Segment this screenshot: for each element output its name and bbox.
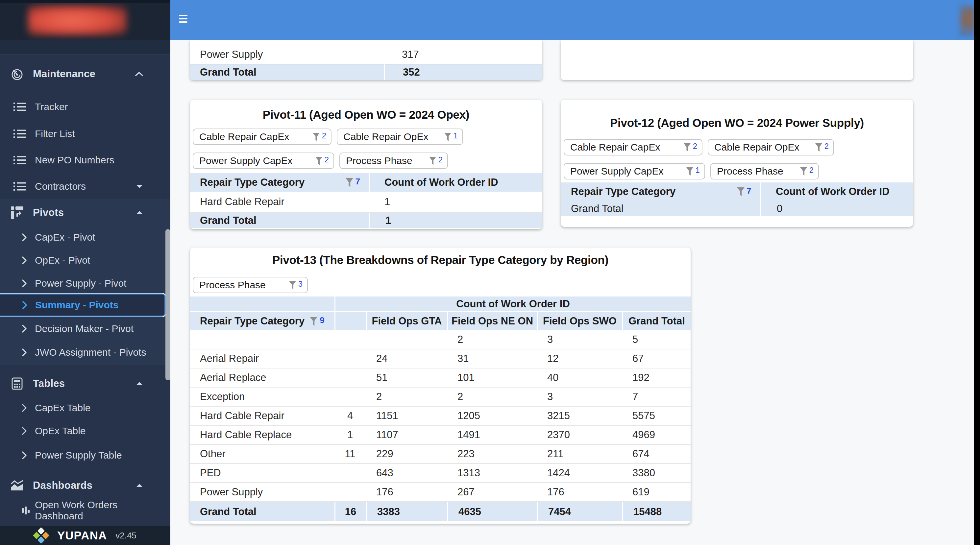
filter-chip-cable-repair-capex[interactable]: Cable Repair CapEx 2 [564, 139, 702, 156]
sidebar-item-contractors[interactable]: Contractors [0, 175, 165, 198]
filter-chip-label: Process Phase [346, 155, 412, 166]
funnel-icon [309, 316, 318, 326]
filter-chip-process-phase[interactable]: Process Phase 2 [710, 163, 819, 180]
sidebar-item-power-supply-table[interactable]: Power Supply Table [0, 444, 165, 467]
sidebar-top-strip [0, 0, 170, 3]
sidebar-group-pivots[interactable]: Pivots [0, 201, 165, 224]
user-avatar[interactable] [959, 5, 974, 35]
filter-chip-power-supply-capex[interactable]: Power Supply CapEx 1 [564, 163, 705, 180]
header-filter-button[interactable]: 9 [309, 316, 324, 326]
pivot11-filter-row-2: Power Supply CapEx 2 Process Phase 2 [193, 153, 448, 169]
grand-total-row: Grand Total 1 [190, 213, 542, 228]
row-value: 0 [760, 201, 913, 216]
sidebar-item-opex-pivot[interactable]: OpEx - Pivot [0, 249, 165, 272]
filter-chip-cable-repair-capex[interactable]: Cable Repair CapEx 2 [193, 129, 331, 145]
pivot11-table: Repair Type Category 7 Count of Work Ord… [190, 173, 542, 228]
sidebar-logo-area [0, 3, 170, 40]
chevron-up-icon[interactable] [135, 72, 143, 76]
filter-chip-cable-repair-opex[interactable]: Cable Repair OpEx 2 [708, 139, 834, 156]
sidebar-item-label: OpEx Table [35, 425, 86, 437]
list-icon [11, 182, 28, 191]
filter-chip-process-phase[interactable]: Process Phase 2 [339, 153, 448, 169]
filter-chip-process-phase[interactable]: Process Phase 3 [193, 277, 308, 293]
sidebar-group-label: Maintenance [33, 68, 95, 80]
pivot11-header-row: Repair Type Category 7 Count of Work Ord… [190, 173, 542, 192]
sidebar-group-label: Dashboards [33, 480, 92, 491]
chevron-right-icon [22, 427, 27, 435]
chevron-right-icon [22, 280, 27, 287]
list-icon [11, 102, 28, 111]
pivot13-column-header-row: Repair Type Category 9 Field Ops GTA Fie… [190, 311, 690, 330]
funnel-icon [428, 156, 437, 165]
sidebar-scrollbar-thumb[interactable] [165, 229, 170, 380]
sidebar-item-label: Power Supply - Pivot [35, 278, 126, 289]
row-label: Grand Total [561, 201, 760, 216]
sidebar-item-decision-maker-pivot[interactable]: Decision Maker - Pivot [0, 317, 165, 340]
app-version: v2.45 [115, 531, 137, 541]
table-row: Power Supply176267176619 [190, 483, 690, 502]
triangle-up-icon[interactable] [136, 381, 143, 386]
bar-chart-icon [17, 506, 34, 515]
triangle-up-icon[interactable] [136, 483, 143, 488]
filter-chip-power-supply-capex[interactable]: Power Supply CapEx 2 [193, 153, 334, 169]
table-row: Aerial Repair24311267 [190, 350, 690, 369]
sidebar-item-open-work-orders-dashboard[interactable]: Open Work Orders Dashboard [0, 499, 165, 522]
sidebar-item-label: CapEx Table [35, 402, 91, 413]
table-row: Hard Cable Repair41151120532155575 [190, 407, 690, 426]
sidebar-item-filter-list[interactable]: Filter List [0, 122, 165, 145]
row-value: 352 [384, 64, 542, 80]
chevron-right-icon [22, 404, 27, 412]
funnel-icon [345, 178, 354, 187]
screen-right-black-strip [974, 0, 980, 545]
filter-count-badge: 2 [824, 142, 829, 151]
grand-total-row: Grand Total 0 [561, 201, 913, 216]
sidebar-item-opex-table[interactable]: OpEx Table [0, 419, 165, 442]
sidebar-item-label: Decision Maker - Pivot [35, 323, 134, 334]
pivot13-title: Pivot-13 (The Breakdowns of Repair Type … [190, 253, 690, 267]
top-right-empty-card [561, 40, 913, 80]
pivot13-table: Count of Work Order ID Repair Type Categ… [190, 297, 690, 521]
table-row: Hard Cable Replace11107149123704969 [190, 426, 690, 445]
table-row: Other11229223211674 [190, 445, 690, 464]
sidebar-item-jwo-assignment-pivots[interactable]: JWO Assignment - Pivots [0, 341, 165, 364]
row-label: Hard Cable Repair [190, 196, 369, 208]
value-header-cell: Count of Work Order ID [760, 183, 913, 201]
filter-chip-label: Power Supply CapEx [199, 155, 292, 166]
sidebar-item-new-po-numbers[interactable]: New PO Numbers [0, 149, 165, 172]
filter-chip-label: Cable Repair CapEx [199, 131, 289, 142]
filter-count-badge: 2 [325, 155, 329, 164]
hamburger-menu-icon[interactable] [179, 15, 188, 23]
filter-count-badge: 2 [693, 142, 697, 151]
header-filter-button[interactable]: 7 [345, 178, 360, 187]
grand-total-row: Grand Total 352 [190, 64, 542, 80]
triangle-down-icon[interactable] [136, 184, 143, 188]
filter-chip-cable-repair-opex[interactable]: Cable Repair OpEx 1 [337, 129, 463, 145]
list-icon [11, 129, 28, 138]
row-header-label: Repair Type Category [200, 176, 304, 188]
table-row: Power Supply 317 [190, 45, 542, 64]
row-header-label: Repair Type Category [571, 186, 676, 197]
column-header [334, 312, 366, 330]
funnel-icon [288, 281, 297, 289]
filter-chip-label: Cable Repair OpEx [714, 142, 799, 153]
pivot-table-icon [8, 207, 25, 219]
sidebar-item-capex-table[interactable]: CapEx Table [0, 396, 165, 419]
sidebar-item-capex-pivot[interactable]: CapEx - Pivot [0, 226, 165, 249]
cutoff-row-sliver [190, 40, 542, 45]
pivot12-title: Pivot-12 (Aged Open WO = 2024 Power Supp… [561, 116, 913, 130]
sidebar-group-tables[interactable]: Tables [0, 372, 165, 395]
sidebar-item-label: Contractors [35, 181, 86, 192]
track-changes-icon [8, 67, 25, 81]
sidebar-group-maintenance[interactable]: Maintenance [0, 62, 165, 86]
filter-count-badge: 7 [355, 176, 360, 187]
pivot13-filter-row: Process Phase 3 [193, 277, 308, 293]
sidebar-item-power-supply-pivot[interactable]: Power Supply - Pivot [0, 272, 165, 295]
sidebar-item-summary-pivots-active[interactable]: Summary - Pivots [0, 294, 165, 316]
sidebar-group-dashboards[interactable]: Dashboards [0, 474, 165, 497]
grand-total-row: Grand Total1633834635745415488 [190, 502, 690, 521]
pivot11-card: Pivot-11 (Aged Open WO = 2024 Opex) Cabl… [190, 100, 542, 229]
sidebar-item-tracker[interactable]: Tracker [0, 95, 165, 118]
triangle-up-icon[interactable] [136, 211, 143, 215]
header-filter-button[interactable]: 7 [736, 187, 751, 197]
sidebar-item-label: Filter List [35, 128, 75, 139]
